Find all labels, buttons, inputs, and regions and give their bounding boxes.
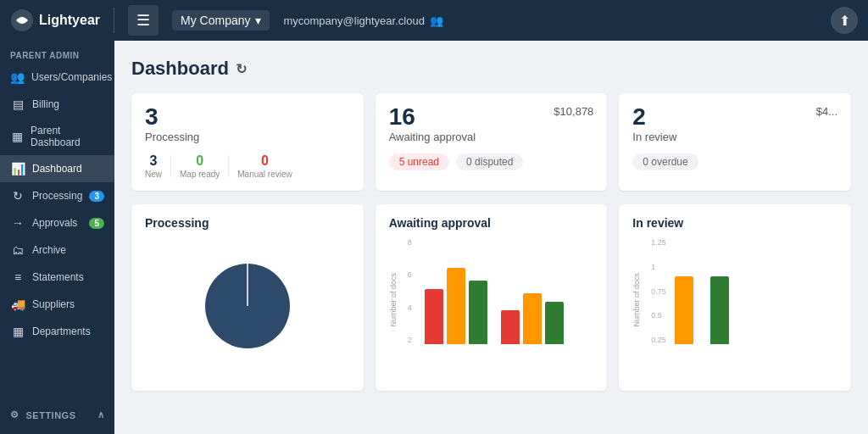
main-content: Dashboard ↻ 3 Processing 3 New (114, 41, 868, 434)
bar-orange-ir-1 (675, 276, 693, 344)
y-tick-8: 8 (408, 238, 412, 247)
upload-button[interactable]: ⬆ (831, 7, 858, 34)
company-dropdown-icon: ▾ (255, 14, 261, 27)
awaiting-label: Awaiting approval (389, 131, 476, 143)
sidebar-section-parent-admin: PARENT ADMIN (0, 41, 114, 64)
settings-chevron-icon: ∧ (97, 409, 105, 420)
processing-card-top: 3 Processing (145, 105, 350, 143)
processing-chart-title: Processing (145, 216, 350, 230)
in-review-y-label-container: Number of docs (632, 238, 644, 361)
bar-group-1 (425, 268, 487, 344)
new-count-item: 3 New (145, 153, 162, 179)
in-review-bar-group-1 (675, 276, 693, 344)
archive-icon: 🗂 (10, 243, 25, 257)
bar-orange-1 (447, 268, 465, 344)
company-selector[interactable]: My Company ▾ (172, 10, 270, 31)
in-review-card-info: 2 In review (632, 105, 676, 143)
bar-red-1 (425, 289, 443, 344)
sidebar-label: Parent Dashboard (31, 125, 104, 148)
unread-badge: 5 unread (389, 153, 449, 170)
sidebar-label: Approvals (32, 217, 77, 229)
processing-card-info: 3 Processing (145, 105, 199, 143)
menu-toggle-button[interactable]: ☰ (128, 5, 159, 36)
bar-red-2 (501, 310, 520, 344)
sidebar-label: Users/Companies (31, 71, 112, 83)
sidebar-label: Dashboard (32, 163, 82, 175)
sidebar-label: Billing (32, 98, 59, 110)
settings-icon: ⚙ (10, 409, 19, 420)
awaiting-chart-body: Number of docs 8 6 4 2 (389, 238, 594, 361)
sub-divider-1 (170, 155, 171, 177)
sidebar-item-billing[interactable]: ▤ Billing (0, 91, 114, 118)
bar-orange-2 (523, 293, 542, 344)
sidebar-item-dashboard[interactable]: 📊 Dashboard (0, 155, 114, 182)
overdue-badge: 0 overdue (632, 153, 698, 170)
sidebar-item-settings[interactable]: ⚙ SETTINGS ∧ (0, 403, 114, 427)
in-review-bar-group-2 (710, 276, 729, 344)
map-ready-item: 0 Map ready (180, 153, 220, 179)
sidebar-item-statements[interactable]: ≡ Statements (0, 264, 114, 291)
logo-text: Lightyear (39, 13, 100, 28)
new-count-value: 3 (145, 153, 162, 169)
approvals-badge: 5 (89, 218, 104, 229)
y-tick-125: 1.25 (651, 238, 666, 247)
in-review-y-axis: 1.25 1 0.75 0.5 0.25 (651, 238, 666, 344)
in-review-badges: 0 overdue (632, 153, 837, 170)
bar-green-1 (469, 281, 487, 344)
in-review-y-label: Number of docs (632, 273, 641, 327)
suppliers-icon: 🚚 (10, 298, 25, 311)
sidebar-label: Departments (32, 326, 91, 337)
y-tick-4: 4 (408, 303, 412, 312)
y-tick-025: 0.25 (651, 336, 666, 344)
awaiting-y-axis: 8 6 4 2 (408, 238, 412, 344)
account-email: mycompany@lightyear.cloud 👥 (283, 14, 442, 27)
awaiting-y-label-container: Number of docs (389, 238, 401, 361)
in-review-label: In review (632, 131, 676, 143)
nav-divider (114, 8, 114, 33)
logo[interactable]: Lightyear (10, 8, 100, 32)
sidebar-label: Suppliers (32, 298, 75, 310)
awaiting-chart-card: Awaiting approval Number of docs 8 6 4 (376, 204, 608, 391)
sidebar-label: Statements (32, 271, 84, 283)
sidebar-item-parent-dashboard[interactable]: ▦ Parent Dashboard (0, 118, 114, 155)
manual-review-label: Manual review (237, 170, 292, 179)
y-tick-075: 0.75 (651, 287, 666, 296)
settings-label: SETTINGS (26, 410, 76, 420)
awaiting-chart-inner: 8 6 4 2 (401, 238, 594, 361)
manual-review-item: 0 Manual review (237, 153, 292, 179)
in-review-stat-card: 2 In review $4... 0 overdue (619, 93, 851, 191)
processing-badge: 3 (89, 191, 104, 202)
processing-icon: ↻ (10, 189, 25, 203)
departments-icon: ▦ (10, 325, 25, 338)
sidebar-item-processing[interactable]: ↻ Processing 3 (0, 182, 114, 209)
sidebar-label: Processing (32, 190, 82, 202)
topnav-actions: ⬆ (831, 7, 858, 34)
processing-stat-card: 3 Processing 3 New 0 Map ready (131, 93, 364, 191)
in-review-chart-title: In review (632, 216, 837, 230)
app-layout: PARENT ADMIN 👥 Users/Companies ▤ Billing… (0, 41, 868, 434)
users-companies-icon: 👥 (10, 70, 25, 84)
processing-pie-container (145, 238, 350, 374)
awaiting-amount: $10,878 (554, 105, 593, 118)
approvals-icon: → (10, 216, 25, 230)
processing-count: 3 (145, 105, 199, 129)
processing-chart-card: Processing (131, 204, 364, 391)
processing-sub-stats: 3 New 0 Map ready 0 Manual review (145, 153, 350, 179)
users-icon: 👥 (430, 14, 443, 27)
manual-review-value: 0 (237, 153, 292, 169)
sidebar-item-archive[interactable]: 🗂 Archive (0, 236, 114, 264)
y-tick-6: 6 (408, 270, 412, 279)
sidebar-item-suppliers[interactable]: 🚚 Suppliers (0, 291, 114, 318)
y-tick-1: 1 (651, 263, 666, 271)
processing-pie-chart (192, 251, 303, 361)
awaiting-chart-title: Awaiting approval (389, 216, 594, 230)
processing-label: Processing (145, 131, 199, 143)
dashboard-icon: 📊 (10, 162, 25, 175)
sidebar-item-approvals[interactable]: → Approvals 5 (0, 209, 114, 236)
sidebar-item-users-companies[interactable]: 👥 Users/Companies (0, 64, 114, 91)
awaiting-y-label: Number of docs (389, 273, 398, 327)
refresh-icon[interactable]: ↻ (236, 61, 247, 77)
sidebar: PARENT ADMIN 👥 Users/Companies ▤ Billing… (0, 41, 114, 434)
sidebar-item-departments[interactable]: ▦ Departments (0, 318, 114, 345)
topnav: Lightyear ☰ My Company ▾ mycompany@light… (0, 0, 868, 41)
